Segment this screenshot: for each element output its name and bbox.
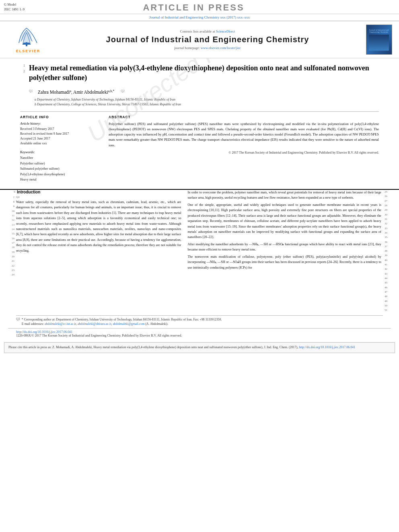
keyword-pes: Poly(ether sulfone) [20,161,101,166]
q3-badge: Q3 [16,317,20,327]
intro-left-text: 7 8 9 10 11 12 13 14 15 16 17 18 19 20 2… [8,195,181,277]
keyword-nanofiber: Nanofiber [20,155,101,161]
author2-name: Amir Abdolmaleki [73,90,108,94]
author1-affil-sup: a [70,89,72,93]
journal-model: G Model JIEC 3491 1–9 [4,2,25,12]
introduction-heading: Introduction [17,190,40,194]
sciencedirect-link[interactable]: ScienceDirect [216,29,235,33]
footnote-section: Q3 * Corresponding author at: Department… [16,315,383,327]
top-header: G Model JIEC 3491 1–9 ARTICLE IN PRESS [0,0,399,14]
intro-right-para4: The nonwoven mats modification of cellul… [188,254,381,270]
affiliation-a: a Department of Chemistry, Isfahan Unive… [35,97,379,102]
article-in-press-title: ARTICLE IN PRESS [25,2,363,13]
journal-full-title: Journal of Industrial and Engineering Ch… [52,35,363,44]
line-num-1: 1 [20,63,25,69]
footnote-email: E-mail addresses: abdolmaleki@cc.iut.ac.… [22,322,222,327]
footnote-corresponding: * Corresponding author at: Department of… [22,317,222,322]
abstract-heading: ABSTRACT [109,115,379,119]
svg-rect-4 [23,43,31,45]
intro-left-paragraph: Q4 Water safety, especially the removal … [16,195,181,277]
journal-header: ELSEVIER Contents lists available at Sci… [0,21,399,58]
journal-url-link[interactable]: www.elsevier.com/locate/jiec [201,46,241,50]
journal-cover-image: Journal of Industrial and Engineering Ch… [363,25,395,55]
contents-available-line: Contents lists available at ScienceDirec… [52,29,363,33]
doi-footer: http://dx.doi.org/10.1016/j.jiec.2017.06… [8,328,391,339]
author1-name: Zahra Mohamadi [38,90,70,94]
body-left-column: 6 Introduction 7 8 9 10 11 12 13 14 15 1… [8,190,181,313]
elsevier-logo: ELSEVIER [16,26,41,53]
abstract-column: ABSTRACT Poly(ether sulfone) (PES) and s… [109,115,379,183]
abstract-copyright: © 2017 The Korean Society of Industrial … [109,150,379,155]
divider-1 [20,111,379,112]
journal-title-line: Journal of Industrial and Engineering Ch… [0,14,399,21]
author2-affil-sup: a,b,* [108,89,115,93]
intro-right-para3: After modifying the nanofiber adsorbents… [188,242,381,253]
q1-badge: Q1 [29,89,35,93]
history-heading: Article history: [20,121,101,125]
journal-homepage-line: journal homepage: www.elsevier.com/locat… [52,46,363,50]
abstract-text: Poly(ether sulfone) (PES) and sulfonated… [109,121,379,148]
line-num-2: 2 [20,69,25,74]
body-right-column: In order to overcome the problem, polyme… [188,190,391,313]
article-info-column: ARTICLE INFO Article history: Received 3… [20,115,101,183]
elsevier-tree-icon [17,26,39,48]
svg-rect-3 [23,43,30,43]
article-in-press-banner: ARTICLE IN PRESS [25,2,363,13]
citation-doi-link[interactable]: http://dx.doi.org/10.1016/j.jiec.2017.06… [299,345,355,349]
title-with-lines: 1 2 Heavy metal remediation via poly(3,4… [20,63,379,83]
citation-text: Please cite this article in press as: Z.… [8,345,298,349]
doi-link[interactable]: http://dx.doi.org/10.1016/j.jiec.2017.06… [16,330,72,334]
elsevier-wordmark: ELSEVIER [16,49,41,53]
citation-box: Please cite this article in press as: Z.… [4,342,395,353]
available-date: Available online xxx [20,141,101,146]
elsevier-logo-section: ELSEVIER [4,26,52,53]
article-info-heading: ARTICLE INFO [20,115,101,119]
keyword-heavy-metal: Heavy metal [20,177,101,183]
keyword-spes: Sulfonated poly(ether sulfone) [20,166,101,172]
intro-right-text: In order to overcome the problem, polyme… [188,190,391,313]
keywords-heading: Keywords: [20,150,101,154]
article-history: Article history: Received 3 February 201… [20,121,101,146]
intro-right-para1: In order to overcome the problem, polyme… [188,190,381,201]
footnote-text: * Corresponding author at: Department of… [22,317,222,327]
accepted-date: Accepted 21 June 2017 [20,136,101,141]
keywords-section: Keywords: Nanofiber Poly(ether sulfone) … [20,150,101,183]
affiliations-section: a Department of Chemistry, Isfahan Unive… [0,96,399,108]
intro-right-para2: One of the simple, appropriate, useful a… [188,202,381,240]
article-title: Heavy metal remediation via poly(3,4-eth… [29,63,379,83]
received-date: Received 3 February 2017 [20,127,101,131]
q2-badge: Q2 [121,89,126,93]
journal-header-center: Contents lists available at ScienceDirec… [52,29,363,50]
doi-copyright: 1226-086X/© 2017 The Korean Society of I… [16,334,182,337]
keyword-pedot: Poly(3,4-ethylene dioxythiophene) [20,172,101,177]
body-content: 6 Introduction 7 8 9 10 11 12 13 14 15 1… [0,189,399,339]
intro-right-paragraphs: In order to overcome the problem, polyme… [188,190,381,313]
left-line-numbers: 7 8 9 10 11 12 13 14 15 16 17 18 19 20 2… [8,195,14,277]
email-link-3[interactable]: abdolmaleki@gmail.com [113,322,144,326]
email-link-1[interactable]: abdolmaleki@cc.iut.ac.ir [45,322,76,326]
authors-line: Zahra Mohamadia, Amir Abdolmalekia,b,* [38,89,114,94]
authors-section: Q1 Zahra Mohamadia, Amir Abdolmalekia,b,… [0,87,399,96]
affiliation-b: b Department of Chemistry, College of Sc… [35,102,379,107]
right-line-numbers: 25 26 27 28 29 30 31 32 33 34 35 36 37 3… [385,190,391,313]
journal-cover-thumbnail: Journal of Industrial and Engineering Ch… [366,25,392,55]
email-link-2[interactable]: abdolmaleki@shirazu.ac.ir [78,322,111,326]
body-two-column: 6 Introduction 7 8 9 10 11 12 13 14 15 1… [8,190,391,313]
intro-left-para-text: Water safety, especially the removal of … [16,199,181,253]
article-title-section: 1 2 Heavy metal remediation via poly(3,4… [0,58,399,87]
article-info-abstract-section: ARTICLE INFO Article history: Received 3… [0,115,399,183]
line-numbers-block: 1 2 [20,63,25,83]
revised-date: Received in revised form 9 June 2017 [20,131,101,136]
